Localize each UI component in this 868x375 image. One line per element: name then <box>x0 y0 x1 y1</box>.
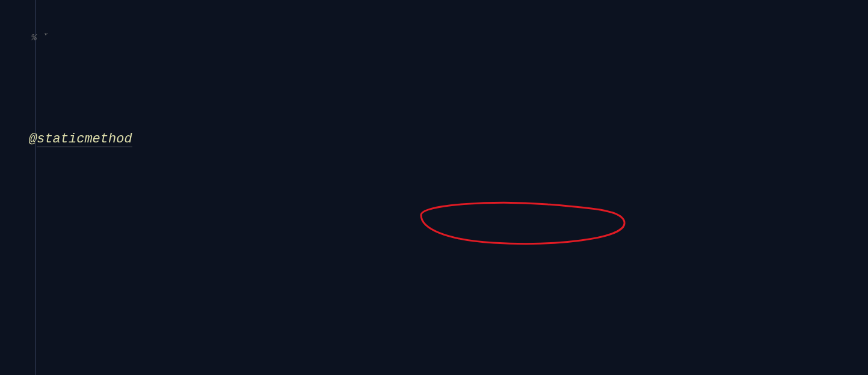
code-line[interactable]: @staticmethod <box>0 127 868 152</box>
code-line[interactable] <box>0 254 868 272</box>
usages-hint[interactable]: % ˅ <box>31 30 47 47</box>
indent-guide <box>35 0 35 375</box>
code-editor[interactable]: % ˅ @staticmethod async def main_async( … <box>0 0 868 375</box>
red-annotation-circle <box>0 0 868 375</box>
decorator-name: staticmethod <box>37 132 132 147</box>
decorator-at: @ <box>29 132 37 147</box>
